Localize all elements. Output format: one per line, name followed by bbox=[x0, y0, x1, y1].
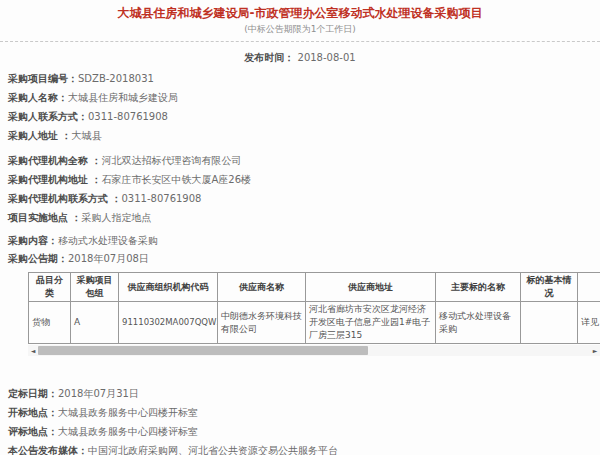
field-label: 项目实施地点 ： bbox=[8, 212, 81, 223]
table-header-row: 品目分类 采购项目包组 供应商组织机构代码 供应商名称 供应商地址 主要标的名称… bbox=[29, 273, 600, 302]
cell-supplier-address: 河北省廊坊市安次区龙河经济开发区电子信息产业园1#电子厂房三层315 bbox=[306, 302, 436, 344]
field-label: 采购公告期： bbox=[8, 253, 68, 264]
field-value: 河北双达招标代理咨询有限公司 bbox=[101, 155, 241, 166]
table-horizontal-scrollbar[interactable]: ◄ ► bbox=[28, 345, 600, 356]
field-value: 大城县住房和城乡建设局 bbox=[68, 92, 178, 103]
award-date-line: 定标日期：2018年07月31日 bbox=[8, 389, 600, 399]
buyer-project-number-line: 采购项目编号：SDZB-2018031 bbox=[8, 74, 600, 84]
field-value: SDZB-2018031 bbox=[78, 73, 154, 84]
field-label: 本公告发布媒体： bbox=[8, 445, 88, 455]
purchase-content-line: 采购内容：移动式水处理设备采购 bbox=[8, 236, 600, 246]
col-header-package: 采购项目包组 bbox=[71, 273, 119, 302]
publish-date-label: 发布时间： bbox=[244, 52, 294, 63]
announcement-page: 大城县住房和城乡建设局-市政管理办公室移动式水处理设备采购项目 (中标公告期限为… bbox=[0, 0, 600, 455]
col-header-subject-basic: 标的基本情况 bbox=[521, 273, 578, 302]
agency-info-section: 采购代理机构全称 ：河北双达招标代理咨询有限公司 采购代理机构地址 ：石家庄市长… bbox=[8, 156, 600, 223]
cell-subject-basic bbox=[521, 302, 578, 344]
scroll-left-icon[interactable]: ◄ bbox=[28, 345, 38, 356]
award-table: 品目分类 采购项目包组 供应商组织机构代码 供应商名称 供应商地址 主要标的名称… bbox=[28, 272, 600, 344]
field-label: 采购代理机构地址 ： bbox=[8, 174, 101, 185]
buyer-name-line: 采购人名称：大城县住房和城乡建设局 bbox=[8, 93, 600, 103]
agency-name-line: 采购代理机构全称 ：河北双达招标代理咨询有限公司 bbox=[8, 156, 600, 166]
field-value: 移动式水处理设备采购 bbox=[58, 235, 158, 246]
field-value: 大城县政务服务中心四楼评标室 bbox=[58, 426, 198, 437]
field-value: 石家庄市长安区中铁大厦A座26楼 bbox=[101, 174, 251, 185]
cell-package: A bbox=[71, 302, 119, 344]
page-subtitle: (中标公告期限为1个工作日) bbox=[0, 24, 600, 34]
cell-supplier-name: 中朗德水务环境科技有限公司 bbox=[218, 302, 306, 344]
dashed-separator bbox=[0, 41, 600, 42]
col-header-supplier-address: 供应商地址 bbox=[306, 273, 436, 302]
publish-date-line: 发布时间： 2018-08-01 bbox=[0, 51, 600, 65]
col-header-clipped bbox=[578, 273, 600, 302]
field-value: 大城县 bbox=[71, 130, 101, 141]
field-value: 大城县政务服务中心四楼开标室 bbox=[58, 407, 198, 418]
field-label: 采购人地址 ： bbox=[8, 130, 71, 141]
purchase-info-section: 采购内容：移动式水处理设备采购 采购公告期：2018年07月08日 bbox=[8, 236, 600, 264]
field-label: 评标地点： bbox=[8, 426, 58, 437]
announcement-period-line: 采购公告期：2018年07月08日 bbox=[8, 254, 600, 264]
field-value: 中国河北政府采购网、河北省公共资源交易公共服务平台 bbox=[88, 445, 338, 455]
field-label: 采购人联系方式： bbox=[8, 111, 88, 122]
page-title: 大城县住房和城乡建设局-市政管理办公室移动式水处理设备采购项目 bbox=[0, 0, 600, 20]
publish-date-value: 2018-08-01 bbox=[298, 52, 356, 63]
field-value: 0311-80761908 bbox=[88, 111, 168, 122]
field-value: 采购人指定地点 bbox=[81, 212, 151, 223]
footer-info-section: 定标日期：2018年07月31日 开标地点：大城县政务服务中心四楼开标室 评标地… bbox=[8, 389, 600, 455]
buyer-address-line: 采购人地址 ：大城县 bbox=[8, 131, 600, 141]
field-label: 采购内容： bbox=[8, 235, 58, 246]
cell-category: 货物 bbox=[29, 302, 71, 344]
buyer-contact-line: 采购人联系方式：0311-80761908 bbox=[8, 112, 600, 122]
cell-subject-name: 移动式水处理设备采购 bbox=[436, 302, 521, 344]
agency-address-line: 采购代理机构地址 ：石家庄市长安区中铁大厦A座26楼 bbox=[8, 175, 600, 185]
field-label: 采购人名称： bbox=[8, 92, 68, 103]
award-table-viewport: 品目分类 采购项目包组 供应商组织机构代码 供应商名称 供应商地址 主要标的名称… bbox=[28, 272, 600, 344]
buyer-info-section: 采购项目编号：SDZB-2018031 采购人名称：大城县住房和城乡建设局 采购… bbox=[8, 74, 600, 141]
col-header-category: 品目分类 bbox=[29, 273, 71, 302]
col-header-supplier-name: 供应商名称 bbox=[218, 273, 306, 302]
col-header-subject-name: 主要标的名称 bbox=[436, 273, 521, 302]
bid-opening-place-line: 开标地点：大城县政务服务中心四楼开标室 bbox=[8, 408, 600, 418]
bid-evaluation-place-line: 评标地点：大城县政务服务中心四楼评标室 bbox=[8, 427, 600, 437]
field-label: 采购代理机构联系方式 ： bbox=[8, 193, 121, 204]
field-value: 2018年07月31日 bbox=[58, 388, 139, 399]
cell-clipped: 详见 bbox=[578, 302, 600, 344]
field-label: 采购项目编号： bbox=[8, 73, 78, 84]
col-header-org-code: 供应商组织机构代码 bbox=[119, 273, 218, 302]
cell-org-code: 91110302MA007QQW30 bbox=[119, 302, 218, 344]
field-value: 2018年07月08日 bbox=[68, 253, 149, 264]
publish-media-line: 本公告发布媒体：中国河北政府采购网、河北省公共资源交易公共服务平台 bbox=[8, 446, 600, 455]
table-row: 货物 A 91110302MA007QQW30 中朗德水务环境科技有限公司 河北… bbox=[29, 302, 600, 344]
scrollbar-thumb[interactable] bbox=[38, 346, 368, 355]
scroll-right-icon[interactable]: ► bbox=[590, 345, 600, 356]
field-label: 定标日期： bbox=[8, 388, 58, 399]
agency-contact-line: 采购代理机构联系方式 ：0311-80761908 bbox=[8, 194, 600, 204]
field-value: 0311-80761908 bbox=[121, 193, 201, 204]
field-label: 采购代理机构全称 ： bbox=[8, 155, 101, 166]
field-label: 开标地点： bbox=[8, 407, 58, 418]
project-location-line: 项目实施地点 ：采购人指定地点 bbox=[8, 213, 600, 223]
